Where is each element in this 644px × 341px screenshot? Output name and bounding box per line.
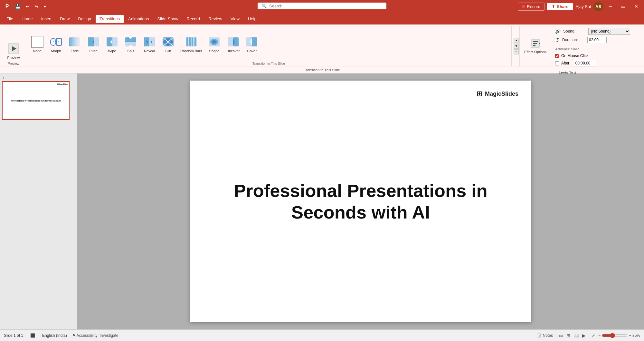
on-mouse-click-checkbox[interactable] <box>555 54 559 58</box>
menu-item-design[interactable]: Design <box>74 15 95 23</box>
fit-slide-button[interactable]: ⬛ <box>28 333 37 338</box>
thumb-logo: ⊞ MagicSlides <box>57 83 68 85</box>
zoom-level: 85% <box>632 333 640 338</box>
close-button[interactable]: ✕ <box>631 3 641 10</box>
status-right: 📝 Notes ▭ ⊞ 📖 ▶ ⤢ − + 85% <box>535 332 640 339</box>
avatar[interactable]: AS <box>593 2 603 11</box>
menu-item-home[interactable]: Home <box>18 15 37 23</box>
menu-item-file[interactable]: File <box>3 15 17 23</box>
menu-item-slideshow[interactable]: Slide Show <box>153 15 182 23</box>
split-icon <box>124 35 137 48</box>
preview-button[interactable]: Preview <box>4 41 23 61</box>
slide-number: 1 <box>2 76 75 80</box>
scroll-up-button[interactable]: ▲ <box>514 38 519 43</box>
transition-wipe[interactable]: Wipe <box>103 34 121 54</box>
record-icon <box>522 5 525 8</box>
canvas-area: ⊞ MagicSlides Professional Presentations… <box>77 73 644 329</box>
menu-item-help[interactable]: Help <box>244 15 260 23</box>
transition-cover[interactable]: Cover <box>243 34 260 54</box>
ribbon-label-bar: Transition to This Slide <box>0 66 644 73</box>
transition-uncover[interactable]: Uncover <box>224 34 242 54</box>
svg-rect-3 <box>56 38 62 45</box>
transition-cut[interactable]: Cut <box>159 34 177 54</box>
transition-none[interactable]: None <box>29 34 46 54</box>
duration-input[interactable] <box>587 37 607 43</box>
redo-button[interactable]: ↪ <box>33 3 40 10</box>
slide-title: Professional Presentations in Seconds wi… <box>190 180 531 223</box>
transition-shape[interactable]: Shape <box>205 34 223 54</box>
minimize-button[interactable]: ─ <box>606 3 615 10</box>
language-label: English (India) <box>42 333 67 338</box>
zoom-control: ⤢ − + 85% <box>590 333 640 338</box>
notes-icon: 📝 <box>537 333 542 338</box>
random-bars-icon <box>185 35 198 48</box>
shape-icon <box>208 35 221 48</box>
undo-button[interactable]: ↩ <box>24 3 31 10</box>
share-button[interactable]: ⬆ Share <box>547 3 573 10</box>
zoom-slider[interactable] <box>602 333 628 338</box>
main-area: 1 ⊞ MagicSlides Professional Presentatio… <box>0 73 644 329</box>
menu-item-review[interactable]: Review <box>204 15 226 23</box>
after-row: After: <box>555 60 638 66</box>
svg-rect-6 <box>94 37 99 46</box>
view-buttons: ▭ ⊞ 📖 ▶ <box>558 332 587 339</box>
transition-split[interactable]: Split <box>122 34 139 54</box>
transition-push[interactable]: Push <box>85 34 102 54</box>
transition-random-bars[interactable]: Random Bars <box>178 34 204 54</box>
transitions-section: None Morph Fade Push <box>27 26 512 66</box>
slide-info: Slide 1 of 1 <box>4 333 23 338</box>
svg-rect-37 <box>251 37 257 46</box>
slideshow-button[interactable]: ▶ <box>581 332 587 339</box>
zoom-plus-icon: + <box>629 333 631 338</box>
menu-item-record[interactable]: Record <box>183 15 204 23</box>
svg-rect-26 <box>186 37 188 46</box>
customize-qa-button[interactable]: ▾ <box>42 3 48 10</box>
scroll-down-button[interactable]: ▼ <box>514 44 519 49</box>
slide-thumbnail[interactable]: ⊞ MagicSlides Professional Presentations… <box>2 81 70 120</box>
on-mouse-click-row: On Mouse Click <box>555 54 638 58</box>
scroll-more-button[interactable]: ≡ <box>514 49 519 54</box>
restore-button[interactable]: ▭ <box>618 3 629 10</box>
slide-logo: ⊞ MagicSlides <box>477 90 518 98</box>
logo-text: MagicSlides <box>485 91 518 97</box>
transition-fade[interactable]: Fade <box>66 34 83 54</box>
menu-item-insert[interactable]: Insert <box>37 15 56 23</box>
transition-morph[interactable]: Morph <box>47 34 65 54</box>
save-button[interactable]: 💾 <box>14 3 22 10</box>
preview-icon <box>7 42 20 55</box>
effect-options-button[interactable]: Effect Options <box>521 26 550 66</box>
fade-icon <box>68 35 81 48</box>
sound-icon: 🔊 <box>555 29 561 34</box>
svg-rect-34 <box>228 37 233 46</box>
after-checkbox[interactable] <box>555 61 559 65</box>
menu-item-animations[interactable]: Animations <box>124 15 153 23</box>
advance-slide-label: Advance Slide <box>555 47 638 52</box>
cut-icon <box>162 35 175 48</box>
notes-button[interactable]: 📝 Notes <box>535 333 555 338</box>
clock-icon: ⏱ <box>555 37 560 43</box>
fit-button[interactable]: ⤢ <box>590 333 597 338</box>
sound-row: 🔊 Sound: [No Sound] <box>555 28 638 35</box>
record-button[interactable]: Record <box>518 3 545 11</box>
normal-view-button[interactable]: ▭ <box>558 332 564 339</box>
logo-icon: ⊞ <box>477 90 482 98</box>
slide-sorter-button[interactable]: ⊞ <box>565 332 571 339</box>
menu-bar: File Home Insert Draw Design Transitions… <box>0 13 644 24</box>
after-input[interactable] <box>574 60 596 66</box>
on-mouse-click-label: On Mouse Click <box>561 54 589 58</box>
reading-view-button[interactable]: 📖 <box>573 332 580 339</box>
status-left: Slide 1 of 1 ⬛ English (India) ⚑ Accessi… <box>4 333 118 338</box>
preview-section: Preview Preview <box>3 26 26 66</box>
svg-rect-27 <box>189 37 191 46</box>
transition-reveal[interactable]: Reveal <box>141 34 158 54</box>
slide-canvas[interactable]: ⊞ MagicSlides Professional Presentations… <box>190 81 531 322</box>
svg-rect-28 <box>192 37 193 46</box>
menu-item-transitions[interactable]: Transitions <box>96 15 124 23</box>
search-input[interactable] <box>269 4 359 8</box>
preview-section-label: Preview <box>4 61 23 66</box>
transitions-section-label: Transition to This Slide <box>29 61 509 66</box>
menu-item-view[interactable]: View <box>227 15 243 23</box>
sound-select[interactable]: [No Sound] <box>588 28 630 35</box>
cover-icon <box>245 35 258 48</box>
menu-item-draw[interactable]: Draw <box>56 15 73 23</box>
